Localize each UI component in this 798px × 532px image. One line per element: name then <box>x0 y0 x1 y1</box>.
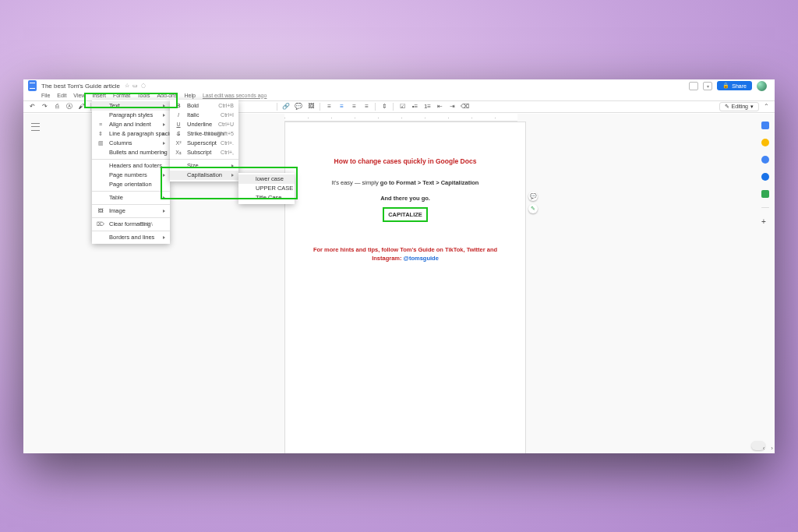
menu-file[interactable]: File <box>41 93 50 98</box>
format-menu: Text Paragraph styles ≡Align and indent … <box>92 100 170 244</box>
doc-selected-word: CAPITALIZE <box>383 207 428 222</box>
ruler[interactable] <box>284 114 517 122</box>
number-list-icon[interactable]: 1≡ <box>423 103 431 111</box>
insert-link-icon[interactable]: 🔗 <box>282 103 290 111</box>
doc-footer-2: Instagram: @tomsguide <box>307 254 503 262</box>
menu-item-uppercase[interactable]: UPPER CASE <box>238 184 295 193</box>
doc-paragraph-2: And there you go. <box>307 194 503 203</box>
menu-item-image[interactable]: 🖼Image <box>92 206 170 216</box>
menu-item-clear-formatting[interactable]: ⌦Clear formattingCtrl+\ <box>92 220 170 229</box>
menu-tools[interactable]: Tools <box>137 93 150 98</box>
capitalisation-submenu: lower case UPPER CASE Title Case <box>238 173 295 204</box>
insert-image-icon[interactable]: 🖼 <box>307 103 315 111</box>
menu-item-bold[interactable]: BBoldCtrl+B <box>170 101 238 111</box>
star-icon[interactable]: ☆ <box>125 83 129 89</box>
doc-footer-1: For more hints and tips, follow Tom's Gu… <box>307 245 503 254</box>
menu-item-page-orientation[interactable]: Page orientation <box>92 180 170 189</box>
mode-editing[interactable]: ✎ Editing ▾ <box>719 102 759 111</box>
align-center-icon[interactable]: ≡ <box>337 103 345 111</box>
redo-icon[interactable]: ↷ <box>41 103 48 111</box>
menu-item-headers-footers[interactable]: Headers and footers <box>92 161 170 171</box>
bullet-list-icon[interactable]: •≡ <box>411 103 418 111</box>
menu-item-capitalisation[interactable]: Capitalisation <box>170 171 238 180</box>
last-edit-link[interactable]: Last edit was seconds ago <box>203 93 267 98</box>
paint-format-icon[interactable]: 🖌 <box>78 103 86 111</box>
menu-item-paragraph-styles[interactable]: Paragraph styles <box>92 111 170 120</box>
menu-item-italic[interactable]: IItalicCtrl+I <box>170 111 238 120</box>
menu-item-underline[interactable]: UUnderlineCtrl+U <box>170 120 238 129</box>
menu-view[interactable]: View <box>73 93 85 98</box>
tasks-app-icon[interactable] <box>761 156 769 164</box>
print-icon[interactable]: ⎙ <box>53 103 61 111</box>
menu-item-size[interactable]: Size <box>170 161 238 171</box>
maps-app-icon[interactable] <box>761 190 769 198</box>
share-button[interactable]: 🔒Share <box>717 81 752 90</box>
menu-item-superscript[interactable]: X²SuperscriptCtrl+. <box>170 139 238 148</box>
outline-icon[interactable] <box>31 123 40 131</box>
contacts-app-icon[interactable] <box>761 173 769 181</box>
collapse-icon[interactable]: ⌃ <box>762 103 770 111</box>
doc-paragraph-1: It's easy — simply go to Format > Text >… <box>307 178 503 187</box>
keep-app-icon[interactable] <box>761 139 769 146</box>
align-right-icon[interactable]: ≡ <box>350 103 358 111</box>
indent-decrease-icon[interactable]: ⇤ <box>436 103 443 111</box>
insert-comment-icon[interactable]: 💬 <box>295 103 302 111</box>
menu-item-table[interactable]: Table <box>92 193 170 203</box>
checklist-icon[interactable]: ☑ <box>398 103 406 111</box>
menu-format[interactable]: Format <box>113 93 130 98</box>
doc-heading: How to change cases quickly in Google Do… <box>307 157 503 167</box>
calendar-app-icon[interactable] <box>761 122 769 129</box>
spellcheck-icon[interactable]: Ⓐ <box>65 103 73 111</box>
align-justify-icon[interactable]: ≡ <box>362 103 370 111</box>
menu-item-text[interactable]: Text <box>92 101 170 111</box>
text-submenu: BBoldCtrl+B IItalicCtrl+I UUnderlineCtrl… <box>170 100 238 181</box>
menu-item-titlecase[interactable]: Title Case <box>238 193 295 203</box>
menu-addons[interactable]: Add-ons <box>157 93 177 98</box>
menu-item-page-numbers[interactable]: Page numbers <box>92 171 170 180</box>
document-page[interactable]: How to change cases quickly in Google Do… <box>284 122 526 453</box>
comment-history-icon[interactable] <box>689 82 698 90</box>
menu-edit[interactable]: Edit <box>57 93 66 98</box>
menu-item-bullets-numbering[interactable]: Bullets and numbering <box>92 148 170 157</box>
menu-item-strikethrough[interactable]: S̶Strike-throughAlt+Shift+5 <box>170 129 238 139</box>
menu-item-align-indent[interactable]: ≡Align and indent <box>92 120 170 129</box>
menu-insert[interactable]: Insert <box>92 93 106 98</box>
add-comment-bubble[interactable]: 💬 <box>528 192 538 201</box>
menu-item-lowercase[interactable]: lower case <box>238 174 295 184</box>
menu-item-borders-lines[interactable]: Borders and lines <box>92 233 170 242</box>
menu-item-line-spacing[interactable]: ⇕Line & paragraph spacing <box>92 129 170 139</box>
account-avatar[interactable] <box>757 81 767 91</box>
align-left-icon[interactable]: ≡ <box>325 103 333 111</box>
meet-icon[interactable]: ▾ <box>703 82 712 90</box>
document-title[interactable]: The best Tom's Guide article <box>41 83 120 90</box>
undo-icon[interactable]: ↶ <box>28 103 36 111</box>
clear-format-icon[interactable]: ⌫ <box>461 103 468 111</box>
menu-help[interactable]: Help <box>185 93 196 98</box>
cloud-icon[interactable]: ◌ <box>141 83 146 89</box>
line-spacing-icon[interactable]: ⇕ <box>380 103 388 111</box>
move-icon[interactable]: ▭ <box>132 83 138 89</box>
docs-logo-icon <box>28 80 37 91</box>
addons-plus-icon[interactable]: + <box>761 217 769 225</box>
indent-increase-icon[interactable]: ⇥ <box>448 103 456 111</box>
menu-item-columns[interactable]: ▥Columns <box>92 139 170 148</box>
menu-item-subscript[interactable]: X₂SubscriptCtrl+, <box>170 148 238 157</box>
suggest-edit-bubble[interactable]: ✎ <box>528 204 538 213</box>
